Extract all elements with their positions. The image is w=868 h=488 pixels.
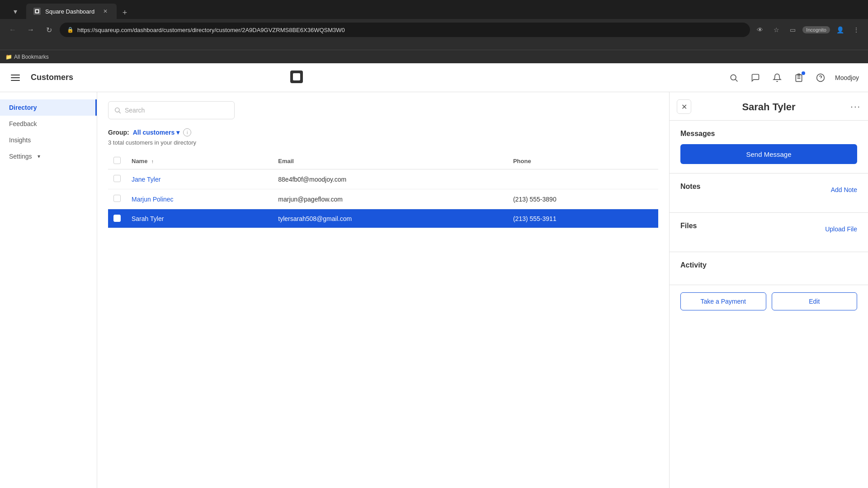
user-name[interactable]: Moodjoy xyxy=(835,74,859,81)
profile-icon[interactable]: 👤 xyxy=(834,23,846,36)
sidebar-item-directory[interactable]: Directory xyxy=(0,99,97,116)
info-icon[interactable]: i xyxy=(183,128,191,136)
total-count: 3 total customers in your directory xyxy=(108,139,658,146)
sort-arrow-icon: ↑ xyxy=(151,159,154,164)
tab-close-btn[interactable]: ✕ xyxy=(101,7,109,15)
name-column-header[interactable]: Name ↑ xyxy=(126,153,273,169)
row-email-cell: tylersarah508@gmail.com xyxy=(273,209,508,228)
group-value-dropdown[interactable]: All customers ▾ xyxy=(133,129,180,136)
incognito-badge: Incognito xyxy=(802,26,830,33)
notes-header: Notes Add Note xyxy=(680,183,857,197)
folder-icon: 📁 xyxy=(5,54,12,60)
phone-column-header[interactable]: Phone xyxy=(508,153,658,169)
app-header: Customers Mood xyxy=(0,63,868,92)
row-name-cell: Marjun Polinec xyxy=(126,189,273,209)
clipboard-icon[interactable] xyxy=(792,70,806,85)
row-checkbox-cell[interactable] xyxy=(108,169,126,189)
table-row[interactable]: Marjun Polinec marjun@pageflow.com (213)… xyxy=(108,189,658,209)
row-checkbox[interactable]: ✓ xyxy=(113,215,121,222)
sidebar-item-feedback[interactable]: Feedback xyxy=(0,116,97,132)
square-logo xyxy=(288,68,306,88)
svg-point-5 xyxy=(731,75,736,80)
search-bar[interactable] xyxy=(108,101,235,119)
row-checkbox-cell[interactable] xyxy=(108,189,126,209)
new-tab-button[interactable]: + xyxy=(118,6,131,19)
sidebar: Directory Feedback Insights Settings ▾ xyxy=(0,92,97,488)
eye-slash-icon[interactable]: 👁 xyxy=(754,23,766,36)
take-payment-button[interactable]: Take a Payment xyxy=(680,292,766,310)
row-name-cell: Sarah Tyler xyxy=(126,209,273,228)
group-header: Group: All customers ▾ i xyxy=(108,128,658,136)
settings-chevron-icon: ▾ xyxy=(38,153,40,160)
sidebar-item-settings-label: Settings xyxy=(9,153,32,160)
notes-section-title: Notes xyxy=(680,183,700,191)
select-all-header[interactable] xyxy=(108,153,126,169)
lock-icon: 🔒 xyxy=(67,27,74,33)
detail-close-button[interactable]: ✕ xyxy=(677,99,691,114)
tab-favicon xyxy=(33,8,41,15)
row-phone-cell: (213) 555-3911 xyxy=(508,209,658,228)
svg-line-6 xyxy=(736,79,738,81)
svg-line-14 xyxy=(119,112,121,113)
row-checkbox[interactable] xyxy=(113,175,121,182)
svg-point-13 xyxy=(115,108,119,112)
detail-more-menu-button[interactable]: ··· xyxy=(850,101,861,112)
row-phone-cell xyxy=(508,169,658,189)
more-options-icon[interactable]: ⋮ xyxy=(850,23,863,36)
row-checkbox-cell[interactable]: ✓ xyxy=(108,209,126,228)
customer-detail-name: Sarah Tyler xyxy=(742,101,795,113)
refresh-btn[interactable]: ↻ xyxy=(42,23,56,37)
device-icon[interactable]: ▭ xyxy=(786,23,799,36)
files-header: Files Upload File xyxy=(680,222,857,236)
search-input[interactable] xyxy=(125,107,229,114)
app-title: Customers xyxy=(31,73,73,82)
files-section-title: Files xyxy=(680,222,697,230)
menu-hamburger[interactable] xyxy=(9,70,24,85)
select-all-checkbox[interactable] xyxy=(113,157,121,164)
activity-section-title: Activity xyxy=(680,261,857,269)
sidebar-item-settings[interactable]: Settings ▾ xyxy=(0,148,97,164)
edit-customer-button[interactable]: Edit xyxy=(772,292,858,310)
back-btn[interactable]: ← xyxy=(5,23,20,37)
active-tab[interactable]: Square Dashboard ✕ xyxy=(26,4,117,19)
messages-section: Messages Send Message xyxy=(670,121,868,174)
search-icon[interactable] xyxy=(726,70,741,85)
group-label: Group: xyxy=(108,129,129,136)
help-icon[interactable] xyxy=(813,70,828,85)
sidebar-item-insights-label: Insights xyxy=(9,136,31,144)
customer-name-link[interactable]: Sarah Tyler xyxy=(132,215,164,222)
customer-name-link[interactable]: Jane Tyler xyxy=(132,176,160,183)
row-phone-cell: (213) 555-3890 xyxy=(508,189,658,209)
table-row[interactable]: ✓ Sarah Tyler tylersarah508@gmail.com (2… xyxy=(108,209,658,228)
send-message-button[interactable]: Send Message xyxy=(680,144,857,164)
sidebar-item-feedback-label: Feedback xyxy=(9,120,37,127)
sidebar-item-directory-label: Directory xyxy=(9,104,37,111)
customer-name-link[interactable]: Marjun Polinec xyxy=(132,196,174,203)
row-checkbox[interactable] xyxy=(113,195,121,202)
customer-detail-panel: ✕ Sarah Tyler ··· Messages Send Message … xyxy=(669,92,868,488)
notifications-icon[interactable] xyxy=(770,70,784,85)
customer-list: Group: All customers ▾ i 3 total custome… xyxy=(97,92,669,488)
row-email-cell: 88e4fb0f@moodjoy.com xyxy=(273,169,508,189)
address-bar[interactable]: 🔒 https://squareup.com/dashboard/custome… xyxy=(60,23,750,37)
svg-rect-4 xyxy=(293,73,300,80)
messages-icon[interactable] xyxy=(748,70,763,85)
upload-file-link[interactable]: Upload File xyxy=(825,225,857,233)
url-text: https://squareup.com/dashboard/customers… xyxy=(77,27,345,33)
add-note-link[interactable]: Add Note xyxy=(831,186,857,193)
messages-section-title: Messages xyxy=(680,130,857,138)
sidebar-item-insights[interactable]: Insights xyxy=(0,132,97,148)
forward-btn[interactable]: → xyxy=(24,23,38,37)
header-actions: Moodjoy xyxy=(726,70,859,85)
tab-title: Square Dashboard xyxy=(45,8,94,15)
all-bookmarks-folder[interactable]: 📁 All Bookmarks xyxy=(5,54,49,60)
email-column-header[interactable]: Email xyxy=(273,153,508,169)
files-section: Files Upload File xyxy=(670,213,868,252)
row-email-cell: marjun@pageflow.com xyxy=(273,189,508,209)
table-row[interactable]: Jane Tyler 88e4fb0f@moodjoy.com xyxy=(108,169,658,189)
customer-table: Name ↑ Email Phone Jane Tyler 88 xyxy=(108,153,658,228)
activity-section: Activity xyxy=(670,252,868,285)
star-icon[interactable]: ☆ xyxy=(770,23,783,36)
search-input-icon xyxy=(114,107,121,114)
tab-dropdown-btn[interactable]: ▾ xyxy=(9,5,22,18)
